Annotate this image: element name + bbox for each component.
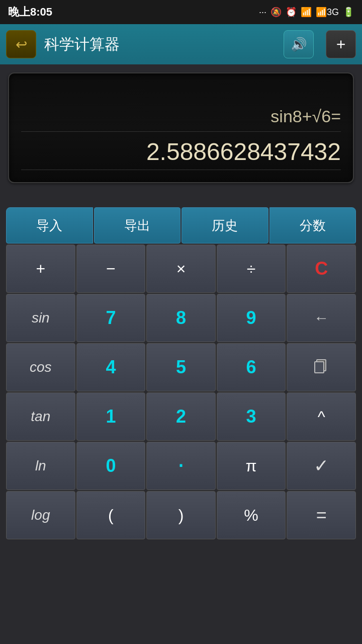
status-bar: 晚上8:05 ··· 🔕 ⏰ 📶 📶3G 🔋	[0, 0, 362, 24]
key-power[interactable]: ^	[287, 392, 356, 441]
backspace-icon: ←	[314, 309, 329, 327]
key-plus-label: +	[36, 260, 45, 278]
display-expression: sin8+√6=	[21, 107, 341, 132]
key-8-label: 8	[176, 307, 186, 329]
key-lparen[interactable]: (	[76, 491, 146, 539]
separator	[0, 191, 362, 207]
key-6-label: 6	[246, 357, 256, 378]
key-divide-label: ÷	[247, 260, 256, 278]
key-5[interactable]: 5	[146, 343, 216, 391]
key-tan-label: tan	[31, 409, 50, 425]
key-log-label: log	[31, 507, 50, 523]
history-label: 历史	[212, 217, 238, 234]
cellular-icon: 📶3G	[316, 7, 339, 18]
key-plus[interactable]: +	[6, 245, 75, 293]
mute-icon: 🔕	[270, 7, 282, 18]
keypad: 导入 导出 历史 分数 +−×÷Csin789←cos456 tan123^ln…	[0, 207, 362, 549]
key-7[interactable]: 7	[76, 294, 146, 342]
export-button[interactable]: 导出	[94, 207, 181, 244]
key-divide[interactable]: ÷	[217, 245, 286, 293]
key-0-label: 0	[106, 455, 116, 476]
key-minus[interactable]: −	[76, 245, 146, 293]
app-title: 科学计算器	[44, 34, 272, 55]
key-9-label: 9	[246, 307, 256, 329]
key-rparen-label: )	[178, 506, 184, 525]
key-1-label: 1	[106, 406, 116, 427]
display-result: 2.5886628437432	[21, 138, 341, 170]
export-label: 导出	[124, 217, 150, 234]
key-clear-label: C	[315, 258, 328, 279]
alarm-icon: ⏰	[286, 7, 297, 18]
key-cos-label: cos	[30, 359, 52, 375]
key-8[interactable]: 8	[146, 294, 216, 342]
top-row: 导入 导出 历史 分数	[6, 207, 356, 244]
key-2[interactable]: 2	[146, 392, 216, 441]
display-area: sin8+√6= 2.5886628437432	[0, 64, 362, 191]
sound-icon: 🔊	[291, 37, 307, 52]
key-multiply-label: ×	[176, 260, 186, 278]
back-button[interactable]: ↩	[6, 30, 36, 58]
key-check[interactable]: ✓	[287, 442, 356, 490]
battery-icon: 🔋	[343, 7, 354, 18]
key-4[interactable]: 4	[76, 343, 146, 391]
key-2-label: 2	[176, 406, 186, 427]
status-icons: ··· 🔕 ⏰ 📶 📶3G 🔋	[259, 7, 354, 18]
key-rparen[interactable]: )	[146, 491, 216, 539]
add-button[interactable]: +	[326, 30, 356, 58]
key-lparen-label: (	[108, 506, 114, 525]
key-7-label: 7	[106, 307, 116, 329]
import-label: 导入	[36, 217, 62, 234]
key-3-label: 3	[246, 406, 256, 427]
key-check-label: ✓	[314, 455, 329, 476]
key-6[interactable]: 6	[217, 343, 286, 391]
display-box: sin8+√6= 2.5886628437432	[8, 72, 354, 183]
key-ln[interactable]: ln	[6, 442, 75, 490]
key-pi-label: π	[246, 457, 257, 475]
key-5-label: 5	[176, 357, 186, 378]
key-3[interactable]: 3	[217, 392, 286, 441]
fraction-label: 分数	[300, 217, 326, 234]
calc-grid: +−×÷Csin789←cos456 tan123^ln0·π✓log()%=	[6, 245, 356, 539]
copy-icon	[314, 359, 328, 375]
back-icon: ↩	[16, 36, 27, 53]
fraction-button[interactable]: 分数	[269, 207, 356, 244]
key-sin[interactable]: sin	[6, 294, 75, 342]
key-0[interactable]: 0	[76, 442, 146, 490]
key-cos[interactable]: cos	[6, 343, 75, 391]
key-tan[interactable]: tan	[6, 392, 75, 441]
key-copy[interactable]	[287, 343, 356, 391]
signal-dots-icon: ···	[259, 7, 266, 18]
key-4-label: 4	[106, 357, 116, 378]
add-icon: +	[336, 35, 346, 54]
key-power-label: ^	[318, 408, 325, 426]
sound-button[interactable]: 🔊	[284, 30, 314, 58]
key-percent-label: %	[244, 506, 258, 525]
history-button[interactable]: 历史	[182, 207, 268, 244]
key-sin-label: sin	[32, 310, 50, 326]
wifi-icon: 📶	[301, 7, 312, 18]
key-percent[interactable]: %	[217, 491, 286, 539]
key-backspace[interactable]: ←	[287, 294, 356, 342]
key-pi[interactable]: π	[217, 442, 286, 490]
key-9[interactable]: 9	[217, 294, 286, 342]
key-log[interactable]: log	[6, 491, 75, 539]
key-multiply[interactable]: ×	[146, 245, 216, 293]
key-1[interactable]: 1	[76, 392, 146, 441]
import-button[interactable]: 导入	[6, 207, 93, 244]
key-dot-label: ·	[178, 455, 184, 476]
key-minus-label: −	[106, 260, 116, 278]
key-dot[interactable]: ·	[146, 442, 216, 490]
key-ln-label: ln	[35, 458, 46, 474]
key-equals[interactable]: =	[287, 491, 356, 539]
status-time: 晚上8:05	[8, 5, 52, 20]
key-clear[interactable]: C	[287, 245, 356, 293]
key-equals-label: =	[316, 505, 327, 526]
header: ↩ 科学计算器 🔊 +	[0, 24, 362, 64]
